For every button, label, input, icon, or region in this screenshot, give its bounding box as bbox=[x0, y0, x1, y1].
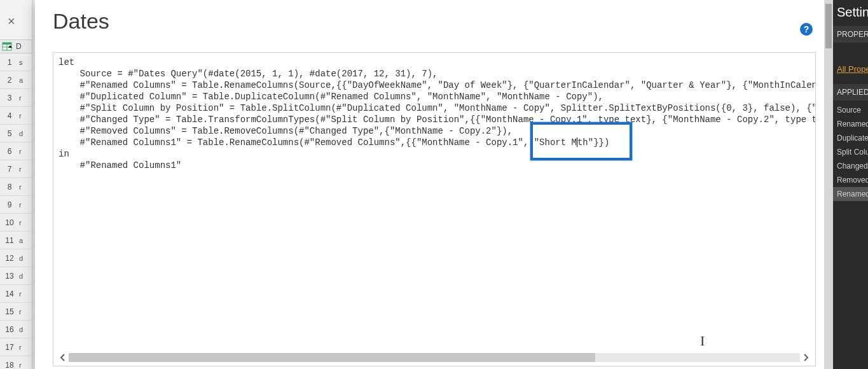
row-number: 12 bbox=[0, 254, 19, 263]
data-grid-left-edge: × D 1s2a3r4r5d6r7r8r9r10r11a12d13d14r15r… bbox=[0, 0, 32, 369]
applied-step[interactable]: Removed Columns bbox=[833, 173, 868, 187]
row-number-cell[interactable]: 18r bbox=[0, 356, 32, 369]
scroll-track[interactable] bbox=[69, 353, 800, 362]
code-editor[interactable]: let Source = #"Dates Query"(#date(2015, … bbox=[53, 52, 816, 366]
help-icon[interactable]: ? bbox=[800, 23, 813, 36]
row-data-fragment: r bbox=[19, 148, 32, 155]
row-number-cell[interactable]: 16d bbox=[0, 321, 32, 338]
dialog-title: Dates bbox=[53, 9, 109, 34]
row-number-cell[interactable]: 11a bbox=[0, 232, 32, 249]
scroll-thumb[interactable] bbox=[69, 353, 595, 362]
row-data-fragment: r bbox=[19, 361, 32, 369]
vscroll-thumb[interactable] bbox=[825, 4, 832, 48]
row-data-fragment: d bbox=[19, 130, 32, 137]
row-number: 4 bbox=[0, 111, 19, 120]
row-data-fragment: d bbox=[19, 326, 32, 333]
grid-header-blank: × bbox=[0, 0, 32, 39]
row-number: 16 bbox=[0, 325, 19, 334]
app-vertical-scrollbar[interactable] bbox=[824, 0, 833, 369]
row-number-cell[interactable]: 9r bbox=[0, 196, 32, 214]
row-number-cell[interactable]: 4r bbox=[0, 107, 32, 125]
row-data-fragment: r bbox=[19, 219, 32, 226]
row-number: 9 bbox=[0, 200, 19, 209]
row-data-fragment: r bbox=[19, 290, 32, 298]
applied-step[interactable]: Renamed Columns1 bbox=[833, 187, 868, 201]
row-number-cell[interactable]: 7r bbox=[0, 160, 32, 178]
applied-step[interactable]: Changed Type bbox=[833, 159, 868, 173]
applied-step[interactable]: Source bbox=[833, 103, 868, 117]
properties-section-header: PROPERTIES bbox=[833, 26, 868, 43]
svg-rect-1 bbox=[3, 43, 11, 45]
row-data-fragment: r bbox=[19, 308, 32, 316]
advanced-editor-dialog: Dates ? let Source = #"Dates Query"(#dat… bbox=[35, 0, 827, 369]
row-number-cell[interactable]: 17r bbox=[0, 338, 32, 356]
row-number-cell[interactable]: 14r bbox=[0, 285, 32, 303]
all-properties-link[interactable]: All Properties bbox=[833, 62, 868, 76]
applied-step[interactable]: Renamed Columns bbox=[833, 117, 868, 131]
row-number: 7 bbox=[0, 165, 19, 174]
row-number: 8 bbox=[0, 183, 19, 191]
row-number-cell[interactable]: 1s bbox=[0, 53, 32, 71]
row-number: 5 bbox=[0, 129, 19, 138]
row-data-fragment: a bbox=[19, 76, 32, 84]
code-pre-caret: let Source = #"Dates Query"(#date(2015, … bbox=[59, 57, 816, 148]
row-number-cell[interactable]: 6r bbox=[0, 143, 32, 160]
applied-step[interactable]: Duplicated Column bbox=[833, 131, 868, 145]
row-data-fragment: r bbox=[19, 112, 32, 120]
row-number: 15 bbox=[0, 307, 19, 316]
row-number-cell[interactable]: 12d bbox=[0, 249, 32, 267]
row-number-cell[interactable]: 2a bbox=[0, 71, 32, 89]
applied-steps-section-header: APPLIED STEPS bbox=[833, 84, 868, 101]
row-number: 2 bbox=[0, 76, 19, 85]
row-number-cell[interactable]: 15r bbox=[0, 303, 32, 321]
row-number: 18 bbox=[0, 361, 19, 370]
settings-title: Settings bbox=[833, 0, 868, 26]
table-icon[interactable] bbox=[2, 41, 12, 52]
scroll-left-button[interactable] bbox=[57, 352, 69, 363]
row-number: 11 bbox=[0, 236, 19, 245]
row-data-fragment: r bbox=[19, 94, 32, 102]
row-data-fragment: r bbox=[19, 165, 32, 173]
row-data-fragment: d bbox=[19, 254, 32, 262]
close-icon[interactable]: × bbox=[8, 14, 15, 29]
row-data-fragment: r bbox=[19, 183, 32, 191]
scroll-right-button[interactable] bbox=[800, 352, 811, 363]
row-number: 1 bbox=[0, 58, 19, 67]
query-settings-panel: Settings PROPERTIES All Properties APPLI… bbox=[833, 0, 868, 369]
row-number-cell[interactable]: 5d bbox=[0, 125, 32, 143]
row-number-cell[interactable]: 3r bbox=[0, 89, 32, 107]
row-number: 3 bbox=[0, 94, 19, 102]
horizontal-scrollbar[interactable] bbox=[57, 352, 811, 363]
row-number-cell[interactable]: 8r bbox=[0, 178, 32, 196]
row-number: 13 bbox=[0, 272, 19, 281]
row-data-fragment: s bbox=[19, 59, 32, 66]
applied-step[interactable]: Split Column by Position bbox=[833, 145, 868, 159]
row-number-cell[interactable]: 13d bbox=[0, 267, 32, 285]
code-text[interactable]: let Source = #"Dates Query"(#date(2015, … bbox=[53, 53, 816, 175]
row-number: 10 bbox=[0, 218, 19, 227]
row-number: 14 bbox=[0, 289, 19, 298]
ibeam-cursor-icon: I bbox=[700, 333, 705, 349]
row-data-fragment: r bbox=[19, 201, 32, 209]
row-data-fragment: d bbox=[19, 272, 32, 280]
column-header-letter: D bbox=[16, 42, 22, 51]
row-data-fragment: a bbox=[19, 237, 32, 244]
row-data-fragment: r bbox=[19, 344, 32, 351]
row-number: 6 bbox=[0, 147, 19, 156]
grid-column-header[interactable]: D bbox=[0, 39, 32, 53]
row-number: 17 bbox=[0, 343, 19, 352]
row-number-cell[interactable]: 10r bbox=[0, 214, 32, 232]
